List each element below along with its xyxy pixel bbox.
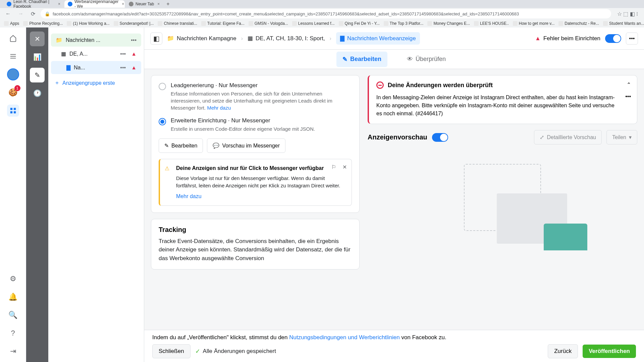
footer-terms-text: Indem du auf „Veröffentlichen" klickst, … — [152, 334, 636, 341]
close-editor-button[interactable]: ✕ — [30, 32, 45, 46]
bookmark-item[interactable]: Money Changes E... — [427, 21, 470, 26]
error-body: In den Messaging-Zielen deiner Anzeige i… — [376, 94, 622, 118]
back-button[interactable]: ← — [3, 11, 13, 17]
option-leadgen[interactable]: Leadgenerierung · Nur Messenger Erfasse … — [159, 82, 352, 111]
close-icon[interactable]: × — [122, 2, 124, 6]
radio-checked[interactable] — [159, 118, 166, 125]
tree-ad-label: Na... — [74, 65, 85, 71]
back-button[interactable]: Zurück — [548, 344, 578, 358]
option-advanced[interactable]: Erweiterte Einrichtung · Nur Messenger E… — [159, 117, 352, 132]
panel-toggle-icon[interactable]: ◧ — [150, 33, 162, 45]
close-icon[interactable]: ✕ — [342, 164, 347, 170]
cookie-icon[interactable]: 🍪1 — [7, 86, 19, 99]
option-title: Erweiterte Einrichtung · Nur Messenger — [171, 117, 315, 124]
avatar[interactable] — [7, 68, 19, 80]
more-icon[interactable]: ••• — [625, 94, 631, 100]
detailed-preview-button[interactable]: ⤢Detaillierte Vorschau — [534, 130, 602, 144]
breadcrumb-campaign[interactable]: 📁Nachrichten Kampagne — [167, 35, 236, 42]
tree-campaign[interactable]: 📁 Nachrichten ... ••• — [51, 34, 141, 47]
settings-icon[interactable]: ⚙ — [7, 273, 19, 285]
extension-icons[interactable]: ☆ ⬚ ◧ ⁝ — [614, 11, 641, 17]
more-icon[interactable]: ••• — [120, 65, 126, 71]
chevron-up-icon[interactable]: ⌃ — [627, 81, 631, 88]
preview-toggle[interactable] — [432, 133, 448, 142]
warning-icon: ▲ — [131, 51, 137, 57]
bookmark-item[interactable]: Student Wants an... — [603, 21, 644, 26]
more-icon[interactable]: ••• — [626, 33, 638, 45]
preview-messenger-button[interactable]: 💬Vorschau im Messenger — [207, 138, 285, 153]
bookmark-item[interactable]: Sonderangebot! |... — [114, 21, 154, 26]
bookmark-item[interactable]: Chinese translati... — [158, 21, 197, 26]
breadcrumb-adset[interactable]: ▦DE, AT, CH, 18-30, I: Sport, — [248, 35, 325, 42]
lock-icon: 🔒 — [45, 11, 50, 16]
mode-tabs: ✎Bearbeiten 👁Überprüfen — [144, 50, 644, 69]
status-toggle[interactable] — [605, 34, 621, 43]
share-button[interactable]: Teilen▾ — [606, 130, 637, 144]
new-tab-button[interactable]: + — [164, 1, 172, 7]
tracking-title: Tracking — [159, 226, 352, 234]
bookmark-item[interactable]: Qing Fei De Yi - Y... — [339, 21, 380, 26]
bookmark-item[interactable]: (1) How Working a... — [67, 21, 109, 26]
bookmark-item[interactable]: The Top 3 Platfor... — [384, 21, 424, 26]
add-adset-button[interactable]: ＋ Anzeigengruppe erste — [48, 75, 144, 91]
ad-icon: ▇ — [66, 64, 70, 71]
bookmarks-bar: AppsPhone Recycling...(1) How Working a.… — [0, 19, 644, 27]
preview-toolbar: Anzeigenvorschau ⤢Detaillierte Vorschau … — [368, 130, 637, 144]
more-icon[interactable]: ••• — [120, 51, 126, 57]
url-bar[interactable]: 🔒facebook.com/adsmanager/manage/ads/edit… — [41, 9, 611, 18]
error-circle-icon — [376, 81, 384, 89]
browser-chrome: Leon R. Chaudhari | Facebook× Werbeanzei… — [0, 0, 644, 27]
browser-tab[interactable]: Werbeanzeigenmanager - We× — [64, 0, 125, 8]
chart-icon[interactable]: 📊 — [30, 50, 45, 64]
tree-adset[interactable]: ▦ DE, A... ••• ▲ — [51, 47, 141, 60]
more-icon[interactable]: ••• — [131, 37, 137, 43]
forward-button[interactable]: → — [16, 11, 25, 17]
plus-icon: ＋ — [54, 79, 60, 86]
close-icon[interactable]: × — [58, 2, 60, 6]
ads-manager-icon[interactable] — [7, 105, 19, 117]
notifications-icon[interactable]: 🔔 — [7, 291, 19, 303]
report-icon[interactable]: ⚐ — [331, 164, 336, 170]
tab-edit[interactable]: ✎Bearbeiten — [336, 52, 387, 67]
warning-body: Diese Vorlage ist nur für den Messenger … — [176, 175, 345, 189]
option-title: Leadgenerierung · Nur Messenger — [171, 82, 352, 89]
bookmark-item[interactable]: Apps — [4, 21, 19, 26]
bookmark-item[interactable]: GMSN - Vologda... — [249, 21, 288, 26]
warning-icon: ⚠ — [165, 165, 169, 172]
bookmark-item[interactable]: Datenschutz - Re... — [558, 21, 599, 26]
edit-icon[interactable]: ✎ — [30, 68, 45, 82]
reload-button[interactable]: ⟳ — [29, 11, 37, 17]
browser-tab[interactable]: Leon R. Chaudhari | Facebook× — [3, 0, 64, 8]
breadcrumb-ad[interactable]: ▇Nachrichten Werbeanzeige — [336, 32, 420, 45]
grid-icon: ▦ — [61, 51, 66, 57]
bookmark-item[interactable]: LEE'S HOUSE.. — [474, 21, 509, 26]
chevron-right-icon: › — [241, 36, 243, 42]
bookmark-item[interactable]: How to get more v... — [513, 21, 554, 26]
tree-campaign-label: Nachrichten ... — [66, 37, 100, 43]
chevron-down-icon: ▾ — [629, 134, 632, 140]
home-icon[interactable] — [7, 32, 19, 44]
more-link[interactable]: Mehr dazu — [207, 105, 231, 111]
bookmark-item[interactable]: Tutorial: Eigene Fa... — [201, 21, 245, 26]
history-icon[interactable]: 🕐 — [30, 86, 45, 101]
menu-icon[interactable] — [7, 50, 19, 62]
preview-title: Anzeigenvorschau — [368, 133, 427, 141]
option-desc: Erstelle in unserem Code-Editor deine ei… — [171, 125, 315, 132]
check-icon: ✓ — [195, 348, 200, 355]
messenger-only-warning: ⚠ Deine Anzeigen sind nur für Click to M… — [159, 159, 352, 206]
publish-button[interactable]: Veröffentlichen — [583, 345, 636, 358]
edit-template-button[interactable]: ✎Bearbeiten — [159, 138, 203, 153]
help-icon[interactable]: ? — [7, 327, 19, 339]
radio-unchecked[interactable] — [159, 83, 166, 90]
tree-ad[interactable]: ▇ Na... ••• ▲ — [51, 61, 141, 74]
bookmark-item[interactable]: Lessons Learned f... — [292, 21, 335, 26]
bookmark-item[interactable]: Phone Recycling... — [23, 21, 63, 26]
browser-tab[interactable]: Neuer Tab× — [125, 0, 163, 8]
search-icon[interactable]: 🔍 — [7, 309, 19, 321]
more-link[interactable]: Mehr dazu — [176, 193, 202, 199]
collapse-icon[interactable]: ⇥ — [7, 345, 19, 357]
tab-review[interactable]: 👁Überprüfen — [401, 52, 452, 67]
terms-link[interactable]: Nutzungsbedingungen und Werberichtlinien — [289, 334, 400, 341]
close-button[interactable]: Schließen — [152, 344, 191, 358]
close-icon[interactable]: × — [157, 2, 160, 6]
